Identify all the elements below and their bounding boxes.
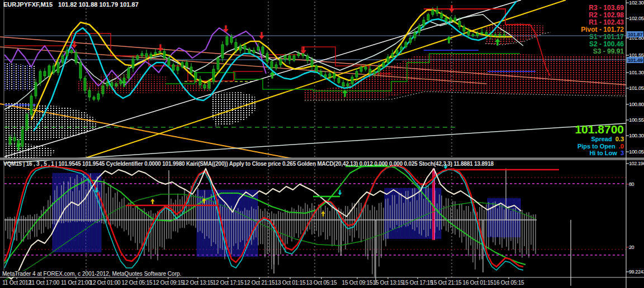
candle-body — [244, 46, 246, 49]
candle-body — [490, 35, 492, 36]
candle-body — [221, 45, 224, 58]
candle-body — [141, 54, 143, 56]
candle-body — [115, 84, 117, 86]
candle-body — [177, 67, 179, 70]
candle-body — [163, 51, 165, 58]
chart-canvas[interactable] — [0, 0, 644, 288]
candle-body — [79, 63, 82, 78]
price-axis-label: 102.30 — [629, 0, 644, 6]
info-value: 3 — [621, 150, 624, 156]
candle-body — [414, 32, 416, 38]
price-axis-label: 100.55 — [629, 117, 644, 123]
candle-body — [432, 10, 434, 15]
buy-signal-arrow-icon — [448, 40, 449, 44]
candle-body — [168, 58, 170, 65]
candle-body — [97, 94, 100, 99]
buy-signal-arrow-icon — [344, 93, 345, 97]
info-row: Hi to Low3 — [575, 150, 624, 157]
price-axis-label: 100.30 — [629, 133, 644, 138]
candle-body — [181, 63, 183, 67]
candle-body — [75, 52, 77, 63]
candle-body — [172, 65, 174, 70]
candle-body — [324, 75, 326, 77]
buy-signal-arrow-icon — [152, 201, 153, 204]
candle-body — [315, 66, 318, 71]
candle-body — [293, 56, 295, 60]
candle-body — [329, 74, 331, 77]
indicator-axis-label: 102.196 — [629, 161, 644, 166]
info-row: Pips to Open.0 — [575, 143, 624, 150]
info-label: Hi to Low — [589, 150, 617, 156]
candle-body — [445, 18, 447, 21]
time-axis-label: 12 Oct 21:15 — [244, 280, 275, 286]
time-axis-label: 15 Oct 13:15 — [373, 280, 404, 286]
candle-body — [253, 50, 255, 52]
info-value: .0 — [619, 143, 624, 150]
time-axis-label: 16 Oct 05:15 — [494, 280, 524, 286]
candle-body — [503, 35, 505, 36]
candle-body — [396, 50, 398, 54]
copyright-text: MetaTrader 4 at FOREX.com, c 2001-2012, … — [1, 271, 182, 277]
time-axis-label: 12 Oct 13:15 — [183, 280, 214, 286]
ohlc-values: 101.82 101.88 101.79 101.87 — [58, 1, 139, 8]
candle-body — [212, 69, 215, 81]
candle-body — [423, 20, 425, 26]
candle-body — [127, 68, 130, 78]
info-row: Spread0.3 — [575, 136, 624, 143]
buy-signal-arrow-icon — [203, 201, 205, 204]
sell-signal-arrow-icon — [261, 32, 262, 36]
candle-body — [284, 56, 286, 59]
ichimoku-cloud — [4, 63, 35, 90]
ichimoku-cloud — [4, 102, 98, 141]
candle-body — [454, 18, 456, 21]
time-axis-label: 15 Oct 17:15 — [402, 280, 433, 286]
candle-body — [239, 46, 242, 50]
current-price-readout: 101.8700 — [575, 123, 624, 136]
candle-body — [311, 60, 313, 66]
pivot-levels-panel: R3 - 103.69R2 - 102.98R1 - 102.43Pivot -… — [581, 4, 624, 55]
candle-body — [199, 79, 201, 85]
candle-body — [39, 71, 41, 83]
candle-body — [306, 56, 309, 60]
candle-body — [418, 26, 420, 32]
sell-signal-arrow-icon — [159, 44, 161, 48]
candle-body — [280, 59, 282, 65]
candle-body — [84, 78, 86, 90]
candle-body — [93, 97, 95, 99]
candle-body — [217, 58, 219, 69]
sell-signal-arrow-icon — [158, 48, 163, 52]
time-axis-label: 15 Oct 21:15 — [431, 280, 462, 286]
candle-body — [136, 56, 139, 59]
sell-signal-arrow-icon — [73, 41, 75, 45]
symbol-timeframe-label: EURJPYFXF,M15 — [3, 1, 53, 8]
candle-body — [26, 114, 28, 129]
candle-body — [150, 54, 152, 57]
candle-body — [476, 33, 479, 36]
candle-body — [463, 27, 465, 31]
candle-body — [481, 32, 483, 33]
candle-body — [66, 50, 68, 56]
ichimoku-cloud — [4, 142, 56, 159]
candle-body — [373, 71, 376, 74]
candle-body — [391, 54, 394, 57]
candle-body — [494, 35, 496, 36]
candle-body — [356, 71, 358, 77]
candle-body — [48, 66, 50, 76]
time-axis-label: 15 Oct 09:15 — [342, 280, 373, 286]
candle-body — [186, 63, 188, 67]
candle-body — [102, 86, 104, 94]
candle-body — [235, 42, 237, 50]
time-axis-label: 11 Oct 2012 — [2, 280, 31, 286]
time-axis-label: 16 Oct 01:15 — [463, 280, 494, 286]
price-axis-label: 100.05 — [629, 149, 644, 155]
time-axis-label: 12 Oct 01:00 — [90, 280, 121, 286]
time-axis-label: 11 Oct 21:00 — [61, 280, 91, 286]
candle-body — [485, 32, 487, 35]
candle-body — [427, 15, 429, 20]
candle-body — [288, 56, 291, 60]
candle-body — [53, 66, 55, 73]
time-axis-label: 11 Oct 17:00 — [29, 280, 59, 286]
price-marker-box: 101.49 — [627, 57, 643, 63]
candle-body — [369, 69, 371, 74]
candle-body — [61, 56, 64, 63]
